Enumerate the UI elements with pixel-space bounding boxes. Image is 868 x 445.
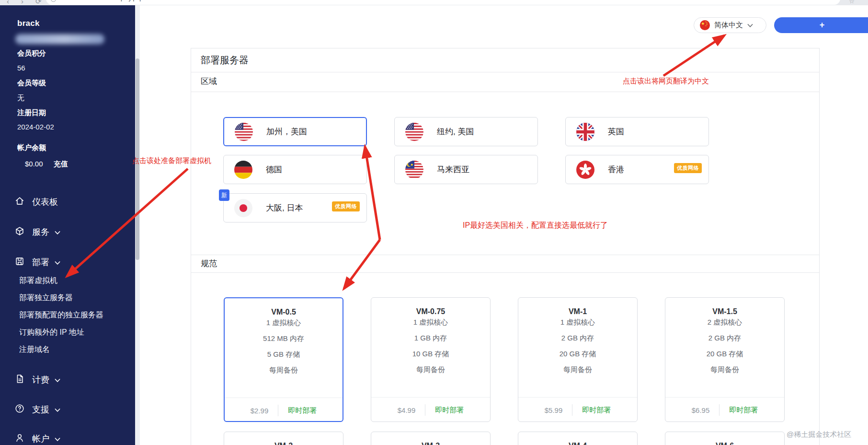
watermark: @稀土掘金技术社区	[787, 430, 851, 439]
region-card[interactable]: 香港优质网络	[565, 155, 709, 184]
plan-spec: 2 虚拟核心	[665, 314, 784, 330]
plan-price-row: $6.95即时部署	[665, 398, 784, 422]
region-card[interactable]: 马来西亚	[394, 155, 538, 184]
blurred-email	[15, 34, 104, 44]
plan-card[interactable]: VM-11 虚拟核心2 GB 内存20 GB 存储每周备份$5.99即时部署	[518, 297, 638, 422]
spec-section-label: 规范	[201, 258, 217, 269]
reload-icon[interactable]: ⟳	[35, 0, 42, 5]
plan-card[interactable]: VM-1.52 虚拟核心2 GB 内存20 GB 存储每周备份$6.95即时部署	[665, 297, 785, 422]
plan-spec: 2 GB 内存	[518, 330, 637, 346]
premium-network-badge: 优质网络	[674, 163, 702, 173]
bookmark-icon[interactable]: ☆	[849, 0, 855, 5]
plan-card-partial[interactable]: VM-6	[665, 432, 785, 445]
balance-label: 帐户余额	[17, 142, 46, 153]
jp-flag-icon	[234, 199, 252, 217]
plan-price-row: $5.99即时部署	[518, 398, 637, 422]
recharge-link[interactable]: 充值	[54, 160, 68, 169]
address-bar[interactable]: console.clevext.com/deploy.php?...	[46, 0, 840, 5]
plan-card-partial[interactable]: VM-4	[518, 432, 638, 445]
stat-value: 2024-02-02	[17, 122, 54, 132]
plan-card-partial[interactable]: VM-2	[224, 432, 343, 445]
instant-deploy-button[interactable]: 即时部署	[582, 406, 611, 415]
sidebar-subitem-3[interactable]: 部署预配置的独立服务器	[19, 309, 103, 321]
browser-bar: ‹ › ⟳ console.clevext.com/deploy.php?...…	[0, 0, 868, 5]
language-selector[interactable]: 简体中文	[694, 17, 766, 33]
region-card[interactable]: 纽约, 美国	[394, 117, 538, 146]
plan-spec: 20 GB 存储	[518, 346, 637, 362]
plan-name: VM-4	[518, 432, 637, 445]
sidebar-subitem-5[interactable]: 注册域名	[19, 343, 50, 356]
sidebar-subitem-1[interactable]: 部署虚拟机	[19, 274, 57, 287]
my-flag-icon	[405, 161, 423, 179]
region-section-label: 区域	[201, 76, 217, 87]
support-icon	[14, 403, 25, 416]
plan-spec: 512 MB 内存	[225, 330, 343, 346]
china-flag-icon	[700, 20, 710, 30]
plan-spec: 20 GB 存储	[665, 346, 784, 362]
sidebar-subitem-4[interactable]: 订购额外的 IP 地址	[19, 326, 84, 339]
chevron-down-icon	[747, 21, 753, 30]
sidebar-item-3[interactable]: 部署	[14, 255, 60, 269]
cube-icon	[14, 226, 25, 238]
stat-value: 56	[17, 63, 25, 73]
plan-spec: 10 GB 存储	[371, 346, 490, 362]
divider	[572, 404, 572, 416]
stat-label: 会员积分	[17, 48, 46, 59]
plan-spec: 5 GB 存储	[225, 346, 343, 362]
plan-name: VM-2	[224, 432, 343, 445]
plan-spec: 每周备份	[371, 362, 490, 377]
stat-value: 无	[17, 93, 24, 103]
plan-spec: 1 GB 内存	[371, 330, 490, 346]
sidebar-item-label: 部署	[32, 257, 49, 268]
divider	[191, 272, 819, 273]
plan-card-partial[interactable]: VM-3	[371, 432, 491, 445]
deploy-icon	[14, 256, 25, 269]
instant-deploy-button[interactable]: 即时部署	[435, 406, 464, 415]
region-card[interactable]: 加州，美国	[223, 117, 367, 146]
plan-spec: 1 虚拟核心	[371, 314, 490, 330]
add-button[interactable]: +	[774, 17, 868, 33]
chevron-down-icon	[55, 407, 60, 412]
plan-card[interactable]: VM-0.51 虚拟核心512 MB 内存5 GB 存储每周备份$2.99即时部…	[224, 297, 343, 422]
sidebar-item-label: 帐户	[32, 433, 49, 445]
us-flag-icon	[405, 123, 423, 141]
region-card[interactable]: 德国	[223, 155, 367, 184]
instant-deploy-button[interactable]: 即时部署	[288, 406, 317, 415]
annotation-ip-tip: IP最好选美国相关，配置直接选最低就行了	[463, 221, 608, 231]
stat-label: 会员等级	[17, 78, 46, 88]
instant-deploy-button[interactable]: 即时部署	[729, 406, 758, 415]
sidebar-item-5[interactable]: 支援	[14, 402, 60, 417]
region-name: 加州，美国	[266, 126, 307, 137]
site-info-icon	[51, 0, 56, 2]
divider	[425, 404, 425, 416]
plan-name: VM-6	[665, 432, 784, 445]
sidebar-item-6[interactable]: 帐户	[14, 432, 60, 445]
sidebar-item-2[interactable]: 服务	[14, 225, 60, 239]
stat-label: 注册日期	[17, 107, 46, 118]
back-icon[interactable]: ‹	[7, 0, 9, 5]
billing-icon	[14, 374, 25, 386]
plan-spec: 每周备份	[665, 362, 784, 377]
plan-spec: 1 虚拟核心	[518, 314, 637, 330]
plan-name: VM-1.5	[665, 298, 784, 314]
sidebar-item-label: 计费	[32, 374, 49, 386]
sidebar-item-label: 服务	[32, 226, 49, 238]
annotation-deploy-vm: 点击该处准备部署虚拟机	[132, 156, 211, 165]
sidebar-item-1[interactable]: 仪表板	[14, 195, 58, 209]
sidebar-subitem-2[interactable]: 部署独立服务器	[19, 292, 73, 304]
forward-icon[interactable]: ›	[21, 0, 23, 5]
region-name: 德国	[266, 164, 282, 175]
de-flag-icon	[234, 161, 252, 179]
chevron-down-icon	[55, 436, 60, 442]
page-title: 部署服务器	[201, 54, 249, 67]
plan-spec: 每周备份	[225, 362, 343, 378]
region-card[interactable]: 大阪, 日本优质网络新	[223, 193, 367, 222]
region-name: 纽约, 美国	[437, 126, 474, 137]
home-icon	[14, 196, 25, 208]
plan-name: VM-0.75	[371, 298, 490, 314]
sidebar-item-4[interactable]: 计费	[14, 373, 60, 387]
plan-spec: 2 GB 内存	[665, 330, 784, 346]
plan-card[interactable]: VM-0.751 虚拟核心1 GB 内存10 GB 存储每周备份$4.99即时部…	[371, 297, 491, 422]
region-card[interactable]: 英国	[565, 117, 709, 146]
plan-name: VM-1	[518, 298, 637, 314]
